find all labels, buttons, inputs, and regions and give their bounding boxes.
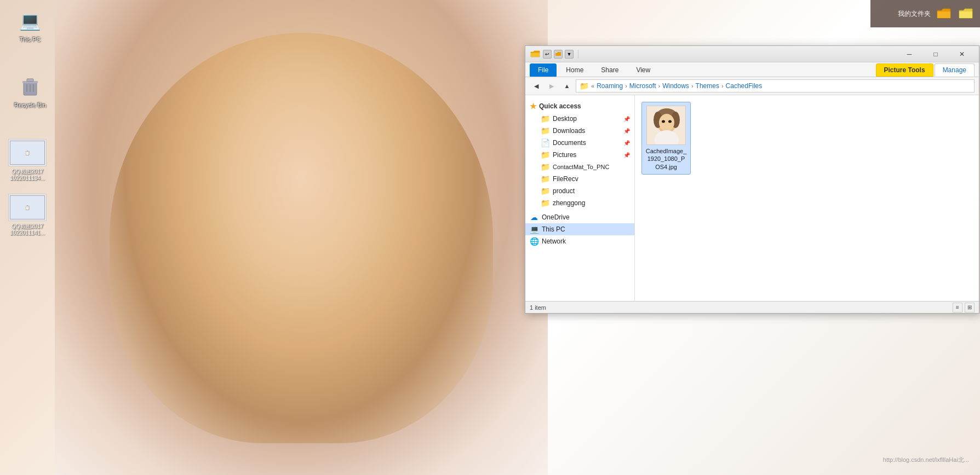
nav-item-zhenggong[interactable]: 📁 zhenggong [525, 197, 634, 209]
address-path[interactable]: 📁 « Roaming › Microsoft › Windows › Them… [576, 79, 975, 92]
status-bar: 1 item ≡ ⊞ [525, 301, 979, 313]
list-view-button[interactable]: ≡ [953, 303, 962, 312]
folder-icon: 📁 [541, 126, 549, 135]
contactmat-label: ContactMat_To_PNC [553, 164, 609, 170]
folder-icon: 📁 [541, 187, 549, 195]
minimize-button[interactable]: ─ [897, 46, 922, 62]
tab-file[interactable]: File [530, 63, 557, 77]
background-face [110, 33, 493, 443]
pin-icon: 📌 [623, 116, 630, 122]
folder-icon-path: 📁 [580, 82, 589, 90]
folder-icon: 📁 [541, 114, 549, 123]
tab-view[interactable]: View [628, 63, 658, 77]
pin-icon: 📌 [623, 128, 630, 134]
title-folder-btn[interactable] [554, 50, 563, 59]
file-thumbnail [646, 106, 686, 145]
quick-access-label: Quick access [539, 102, 581, 110]
tab-share[interactable]: Share [593, 63, 627, 77]
maximize-button[interactable]: □ [923, 46, 948, 62]
nav-item-filerecv[interactable]: 📁 FileRecv [525, 173, 634, 185]
nav-item-this-pc[interactable]: 💻 This PC [525, 223, 634, 235]
view-mode-buttons: ≡ ⊞ [953, 303, 975, 312]
folder-icon: 📁 [541, 150, 549, 159]
title-bar-left: ↩ ▼ [530, 49, 581, 60]
title-undo-btn[interactable]: ↩ [543, 50, 552, 59]
nav-item-onedrive[interactable]: ☁ OneDrive [525, 211, 634, 223]
quick-access-star-icon: ★ [530, 102, 537, 111]
this-pc-icon: 💻 [17, 8, 43, 34]
thumbnail-image [647, 106, 685, 144]
screenshot2-thumbnail: 📋 [8, 194, 47, 221]
this-pc-nav-icon: 💻 [530, 225, 538, 234]
path-microsoft[interactable]: Microsoft [629, 82, 656, 90]
nav-item-contactmat[interactable]: 📁 ContactMat_To_PNC [525, 161, 634, 173]
title-bar: ↩ ▼ ─ □ ✕ [525, 46, 979, 62]
window-controls: ─ □ ✕ [897, 46, 975, 62]
content-pane: CachedImage_1920_1080_POS4.jpg [635, 95, 979, 301]
taskbar-label: 我的文件夹 [898, 9, 931, 19]
network-icon: 🌐 [530, 237, 538, 246]
watermark: http://blog.csdn.net/lxflllaHai北... [883, 456, 969, 464]
desktop: 💻 This PC Recycle Bin 📋 QQ截图201710220111… [0, 0, 980, 475]
pin-icon: 📌 [623, 140, 630, 146]
screenshot2-label: QQ截图20171022011141... [10, 223, 45, 236]
screenshot1-label: QQ截图20171022011134... [10, 169, 45, 182]
path-cachedfiles[interactable]: CachedFiles [726, 82, 763, 90]
back-button[interactable]: ◀ [530, 79, 543, 92]
svg-point-13 [662, 120, 665, 123]
main-area: ★ Quick access 📁 Desktop 📌 📁 Downloads 📌… [525, 95, 979, 301]
desktop-icon-recycle-bin[interactable]: Recycle Bin [5, 71, 55, 111]
desktop-icon-this-pc[interactable]: 💻 This PC [5, 5, 55, 45]
tab-picture-tools[interactable]: Picture Tools [876, 63, 933, 77]
nav-item-product[interactable]: 📁 product [525, 185, 634, 197]
path-themes[interactable]: Themes [696, 82, 719, 90]
nav-item-network[interactable]: 🌐 Network [525, 235, 634, 247]
folder-icon: 📁 [541, 163, 549, 171]
file-name: CachedImage_1920_1080_POS4.jpg [645, 147, 687, 171]
recycle-bin-icon [17, 73, 43, 100]
close-button[interactable]: ✕ [949, 46, 975, 62]
recycle-bin-label: Recycle Bin [14, 102, 46, 109]
file-item-cachedimage[interactable]: CachedImage_1920_1080_POS4.jpg [641, 102, 691, 175]
svg-point-12 [659, 114, 674, 131]
grid-view-button[interactable]: ⊞ [965, 303, 975, 312]
documents-icon: 📄 [541, 138, 549, 147]
quick-access-header[interactable]: ★ Quick access [525, 100, 634, 113]
forward-button[interactable]: ▶ [545, 79, 558, 92]
explorer-window: ↩ ▼ ─ □ ✕ File [525, 45, 979, 314]
tab-manage[interactable]: Manage [935, 63, 975, 77]
tab-home[interactable]: Home [558, 63, 592, 77]
desktop-icon-this-pc-label: This PC [19, 36, 41, 43]
nav-item-pictures[interactable]: 📁 Pictures 📌 [525, 149, 634, 161]
status-item-count: 1 item [530, 304, 546, 311]
taskbar-folder-yellow-icon[interactable] [957, 5, 975, 22]
svg-point-14 [668, 120, 672, 123]
folder-icon: 📁 [541, 175, 549, 183]
pin-icon: 📌 [623, 152, 630, 158]
screenshot1-thumbnail: 📋 [8, 139, 47, 166]
svg-rect-2 [27, 79, 33, 82]
ribbon: File Home Share View Picture Tools Manag… [525, 62, 979, 77]
up-button[interactable]: ▲ [560, 79, 574, 92]
taskbar-folder-orange-icon[interactable] [935, 5, 953, 22]
desktop-icon-screenshot1[interactable]: 📋 QQ截图20171022011134... [3, 137, 52, 184]
desktop-icon-screenshot2[interactable]: 📋 QQ截图20171022011141... [3, 192, 52, 239]
nav-item-documents[interactable]: 📄 Documents 📌 [525, 137, 634, 149]
ribbon-tabs: File Home Share View Picture Tools Manag… [525, 62, 979, 77]
title-down-btn[interactable]: ▼ [565, 50, 574, 59]
taskbar-top-right: 我的文件夹 [870, 0, 980, 27]
nav-item-desktop[interactable]: 📁 Desktop 📌 [525, 113, 634, 125]
path-roaming[interactable]: Roaming [597, 82, 623, 90]
folder-icon: 📁 [541, 199, 549, 207]
explorer-folder-icon [530, 49, 541, 60]
nav-item-downloads[interactable]: 📁 Downloads 📌 [525, 125, 634, 137]
path-windows[interactable]: Windows [662, 82, 689, 90]
nav-pane: ★ Quick access 📁 Desktop 📌 📁 Downloads 📌… [525, 95, 635, 301]
onedrive-icon: ☁ [530, 213, 538, 222]
address-bar: ◀ ▶ ▲ 📁 « Roaming › Microsoft › Windows … [525, 77, 979, 95]
